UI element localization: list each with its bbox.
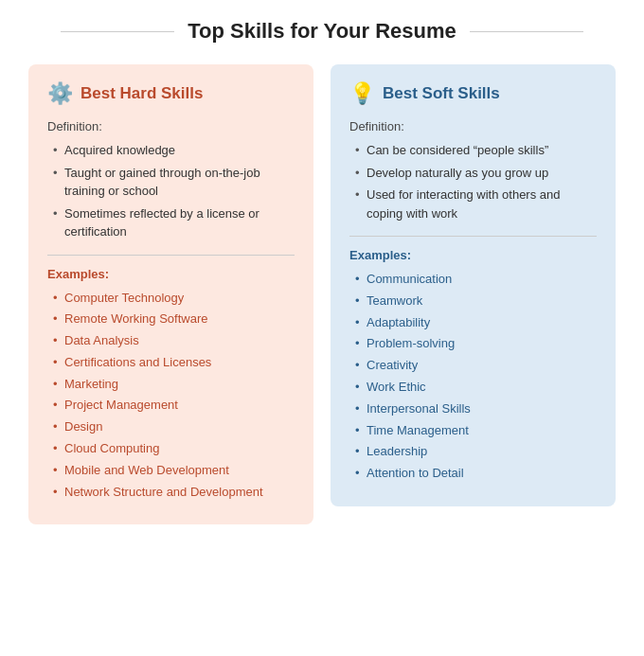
list-item: Attention to Detail <box>353 464 597 484</box>
columns-container: ⚙️ Best Hard Skills Definition: Acquired… <box>28 64 616 524</box>
list-item: Leadership <box>353 442 597 462</box>
list-item: Sometimes reflected by a license or cert… <box>51 204 295 241</box>
list-item: Time Management <box>353 421 597 441</box>
hard-skills-title: Best Hard Skills <box>80 84 203 103</box>
list-item: Adaptability <box>353 313 597 333</box>
page-header: Top Skills for Your Resume <box>28 19 616 44</box>
hard-definition-label: Definition: <box>47 119 295 133</box>
hard-skills-column: ⚙️ Best Hard Skills Definition: Acquired… <box>28 64 313 524</box>
list-item: Design <box>51 417 295 437</box>
soft-divider <box>349 236 597 237</box>
soft-skills-column: 💡 Best Soft Skills Definition: Can be co… <box>331 64 616 506</box>
list-item: Problem-solving <box>353 334 597 354</box>
soft-skills-title: Best Soft Skills <box>383 84 500 103</box>
list-item: Interpersonal Skills <box>353 399 597 419</box>
soft-definition-list: Can be considered “people skills”Develop… <box>353 141 597 222</box>
hard-skills-header: ⚙️ Best Hard Skills <box>47 81 295 106</box>
list-item: Can be considered “people skills” <box>353 141 597 160</box>
page-title: Top Skills for Your Resume <box>188 19 456 44</box>
list-item: Communication <box>353 270 597 290</box>
list-item: Network Structure and Development <box>51 483 295 503</box>
hard-definition-list: Acquired knowledgeTaught or gained throu… <box>51 141 295 241</box>
header-line-right <box>470 31 583 32</box>
soft-skills-header: 💡 Best Soft Skills <box>349 81 597 106</box>
list-item: Marketing <box>51 375 295 395</box>
soft-examples-list: CommunicationTeamworkAdaptabilityProblem… <box>353 270 597 484</box>
list-item: Cloud Computing <box>51 439 295 459</box>
soft-definition-label: Definition: <box>349 119 597 133</box>
hard-divider <box>47 255 295 256</box>
list-item: Data Analysis <box>51 331 295 351</box>
hard-examples-label: Examples: <box>47 267 295 281</box>
list-item: Computer Technology <box>51 289 295 309</box>
list-item: Work Ethic <box>353 378 597 398</box>
soft-examples-label: Examples: <box>349 248 597 262</box>
list-item: Creativity <box>353 356 597 376</box>
list-item: Remote Working Software <box>51 310 295 329</box>
list-item: Teamwork <box>353 292 597 311</box>
list-item: Taught or gained through on-the-job trai… <box>51 164 295 201</box>
header-line-left <box>61 31 174 32</box>
list-item: Develop naturally as you grow up <box>353 164 597 183</box>
list-item: Used for interacting with others and cop… <box>353 186 597 222</box>
list-item: Certifications and Licenses <box>51 353 295 373</box>
list-item: Project Management <box>51 396 295 416</box>
list-item: Acquired knowledge <box>51 141 295 160</box>
hard-examples-list: Computer TechnologyRemote Working Softwa… <box>51 289 295 503</box>
list-item: Mobile and Web Development <box>51 461 295 481</box>
lightbulb-icon: 💡 <box>349 81 375 106</box>
gear-icon: ⚙️ <box>47 81 73 106</box>
